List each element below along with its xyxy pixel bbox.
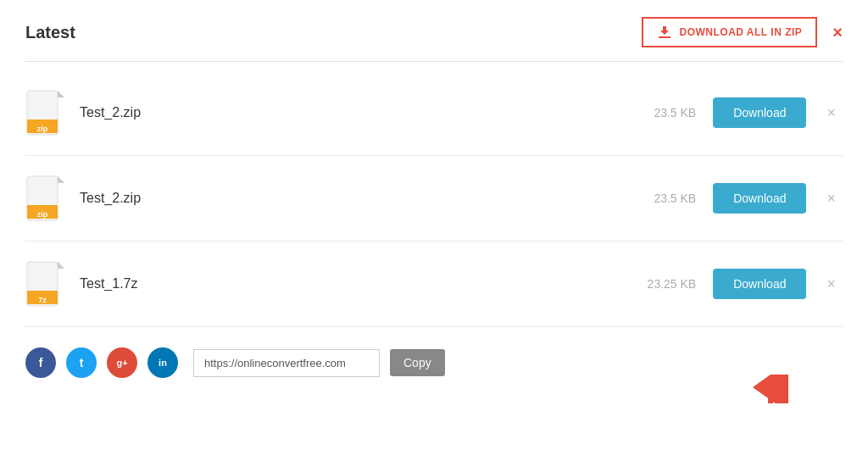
svg-text:zip: zip <box>37 210 48 219</box>
download-all-icon <box>657 25 672 39</box>
facebook-button[interactable]: f <box>25 347 56 378</box>
arrow-annotation <box>745 375 796 403</box>
svg-marker-13 <box>58 262 64 269</box>
file-icon-zip: zip <box>25 89 66 136</box>
copy-button[interactable]: Copy <box>390 349 445 376</box>
download-button[interactable]: Download <box>713 183 806 214</box>
google-icon: g+ <box>116 358 127 368</box>
linkedin-icon: in <box>159 358 167 368</box>
file-size: 23.25 KB <box>628 277 696 291</box>
page-title: Latest <box>25 23 75 42</box>
google-button[interactable]: g+ <box>107 347 137 378</box>
file-name: Test_2.zip <box>80 191 628 206</box>
download-all-button[interactable]: DOWNLOAD ALL IN ZIP <box>642 17 817 47</box>
file-icon-zip: zip <box>25 175 66 222</box>
svg-marker-3 <box>58 91 64 97</box>
file-row: 7z Test_1.7z 23.25 KB Download × <box>25 242 843 327</box>
linkedin-button[interactable]: in <box>147 347 178 378</box>
header: Latest DOWNLOAD ALL IN ZIP × <box>25 17 843 62</box>
url-input[interactable] <box>193 349 380 377</box>
file-row: zip Test_2.zip 23.5 KB Download × <box>25 70 843 156</box>
svg-text:zip: zip <box>37 125 48 133</box>
close-button[interactable]: × <box>832 23 843 42</box>
svg-marker-8 <box>58 176 64 183</box>
footer: f t g+ in Copy <box>25 327 843 386</box>
download-button[interactable]: Download <box>713 97 806 128</box>
svg-rect-0 <box>659 36 670 38</box>
file-size: 23.5 KB <box>628 192 696 205</box>
twitter-icon: t <box>80 356 84 369</box>
remove-button[interactable]: × <box>820 101 843 125</box>
file-list: zip Test_2.zip 23.5 KB Download × zip Te… <box>25 70 843 327</box>
twitter-button[interactable]: t <box>66 347 97 378</box>
main-container: Latest DOWNLOAD ALL IN ZIP × zi <box>0 0 868 403</box>
file-name: Test_2.zip <box>80 105 628 120</box>
svg-text:7z: 7z <box>38 296 47 304</box>
facebook-icon: f <box>39 356 43 369</box>
download-button[interactable]: Download <box>713 269 806 299</box>
file-icon-7z: 7z <box>25 260 66 308</box>
file-name: Test_1.7z <box>80 276 628 292</box>
file-size: 23.5 KB <box>628 106 696 119</box>
file-row: zip Test_2.zip 23.5 KB Download × <box>25 156 843 242</box>
remove-button[interactable]: × <box>820 186 843 211</box>
remove-button[interactable]: × <box>820 272 843 297</box>
arrow-icon <box>745 375 796 403</box>
